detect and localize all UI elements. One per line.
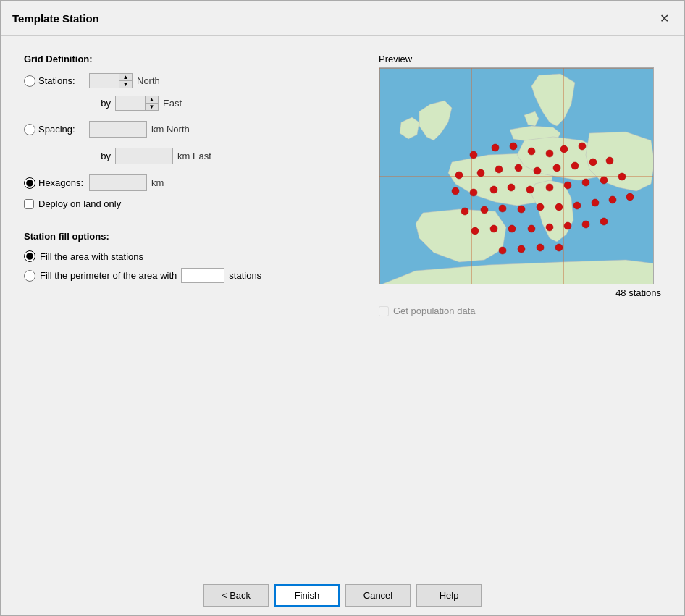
stations-east-up[interactable]: ▲: [146, 96, 158, 104]
svg-point-52: [518, 245, 525, 253]
deploy-checkbox[interactable]: [24, 199, 34, 209]
stations-radio[interactable]: [24, 75, 35, 87]
spacing-radio-label[interactable]: Spacing:: [24, 124, 89, 135]
svg-point-10: [528, 148, 535, 155]
cancel-button[interactable]: Cancel: [345, 584, 411, 607]
grid-definition-section: Grid Definition: Stations: 2 ▲ ▼ Nor: [24, 54, 356, 224]
stations-north-down[interactable]: ▼: [119, 81, 132, 88]
hexagons-row: Hexagons: 250 km: [24, 174, 356, 191]
help-button[interactable]: Help: [416, 584, 482, 607]
svg-point-37: [537, 203, 544, 211]
spacing-label-text: Spacing:: [38, 124, 75, 135]
svg-point-28: [546, 184, 553, 191]
svg-point-12: [560, 145, 568, 153]
svg-point-13: [579, 143, 586, 150]
left-panel: Grid Definition: Stations: 2 ▲ ▼ Nor: [24, 54, 356, 557]
svg-point-43: [471, 227, 479, 235]
fill-perimeter-row: Fill the perimeter of the area with 1 st…: [24, 268, 356, 283]
preview-label: Preview: [379, 54, 661, 64]
svg-point-17: [515, 164, 522, 172]
back-button[interactable]: < Back: [203, 584, 269, 607]
svg-point-39: [573, 202, 581, 209]
svg-point-44: [490, 225, 497, 232]
stations-east-down[interactable]: ▼: [146, 104, 158, 110]
fill-area-label-text: Fill the area with stations: [40, 251, 143, 262]
by-label-stations: by: [96, 98, 111, 109]
svg-point-35: [499, 205, 506, 212]
svg-point-22: [606, 157, 613, 164]
svg-point-47: [546, 224, 553, 231]
get-population-checkbox: [379, 306, 389, 316]
svg-point-9: [510, 143, 517, 150]
dialog-content: Grid Definition: Stations: 2 ▲ ▼ Nor: [1, 36, 684, 575]
fill-perimeter-radio[interactable]: [24, 270, 35, 282]
spacing-north-input[interactable]: 100: [89, 121, 147, 138]
finish-button[interactable]: Finish: [274, 584, 340, 607]
station-fill-label: Station fill options:: [24, 231, 356, 242]
hexagons-input[interactable]: 250: [89, 174, 147, 191]
close-button[interactable]: ✕: [655, 9, 673, 27]
km-east-label: km East: [177, 151, 211, 161]
svg-point-23: [452, 187, 459, 195]
get-population-label: Get population data: [393, 305, 475, 316]
svg-point-42: [626, 193, 634, 201]
north-label: North: [137, 75, 160, 86]
deploy-label-text: Deploy on land only: [38, 198, 121, 209]
footer: < Back Finish Cancel Help: [1, 575, 684, 615]
right-panel: Preview: [379, 54, 661, 557]
dialog-title: Template Station: [12, 12, 99, 25]
svg-point-26: [508, 184, 515, 191]
svg-point-27: [526, 186, 534, 193]
svg-point-8: [492, 144, 499, 151]
stations-dots-svg: [379, 68, 654, 284]
svg-point-49: [582, 221, 589, 228]
by-label-spacing: by: [96, 151, 111, 161]
stations-north-up[interactable]: ▲: [119, 74, 132, 81]
svg-point-30: [582, 179, 589, 186]
deploy-label[interactable]: Deploy on land only: [24, 198, 121, 209]
svg-point-45: [508, 225, 516, 232]
spacing-radio[interactable]: [24, 124, 35, 135]
svg-point-16: [495, 166, 503, 173]
hexagons-radio[interactable]: [24, 177, 35, 189]
svg-point-14: [455, 172, 463, 179]
hexagons-radio-label[interactable]: Hexagons:: [24, 177, 89, 189]
svg-point-51: [499, 247, 506, 254]
east-label: East: [163, 98, 182, 109]
svg-point-38: [555, 203, 563, 211]
svg-point-36: [518, 206, 525, 213]
svg-point-21: [589, 159, 597, 166]
svg-point-7: [470, 151, 477, 159]
deploy-row: Deploy on land only: [24, 198, 356, 209]
svg-point-48: [564, 222, 571, 229]
get-population-row: Get population data: [379, 305, 661, 316]
fill-area-radio[interactable]: [24, 250, 35, 262]
km-hex-label: km: [151, 177, 164, 188]
svg-point-25: [490, 186, 497, 193]
svg-point-33: [461, 208, 468, 215]
stations-radio-label[interactable]: Stations:: [24, 75, 89, 87]
svg-point-29: [564, 182, 571, 189]
stations-row: Stations: 2 ▲ ▼ North: [24, 73, 356, 88]
spacing-east-row: by 100 km East: [89, 148, 356, 164]
fill-area-radio-label[interactable]: Fill the area with stations: [24, 250, 143, 262]
stations-north-input[interactable]: 2: [90, 74, 119, 88]
fill-perimeter-label-text: Fill the perimeter of the area with: [40, 270, 177, 281]
fill-perimeter-input[interactable]: 1: [181, 268, 224, 283]
stations-north-spinbox: 2 ▲ ▼: [89, 73, 133, 88]
svg-point-31: [600, 177, 608, 184]
svg-point-20: [571, 162, 579, 169]
svg-point-11: [546, 150, 553, 157]
stations-unit-label: stations: [229, 270, 261, 281]
spacing-east-input[interactable]: 100: [115, 148, 173, 164]
stations-east-row: by 2 ▲ ▼ East: [89, 96, 356, 111]
svg-point-15: [477, 169, 484, 177]
stations-east-input[interactable]: 2: [116, 96, 145, 110]
svg-point-18: [534, 167, 541, 174]
stations-east-spinbox: 2 ▲ ▼: [115, 96, 159, 111]
svg-point-53: [537, 244, 544, 251]
svg-point-50: [600, 218, 608, 225]
fill-perimeter-radio-label[interactable]: Fill the perimeter of the area with: [24, 270, 177, 282]
fill-area-row: Fill the area with stations: [24, 250, 356, 262]
svg-point-46: [528, 225, 535, 232]
